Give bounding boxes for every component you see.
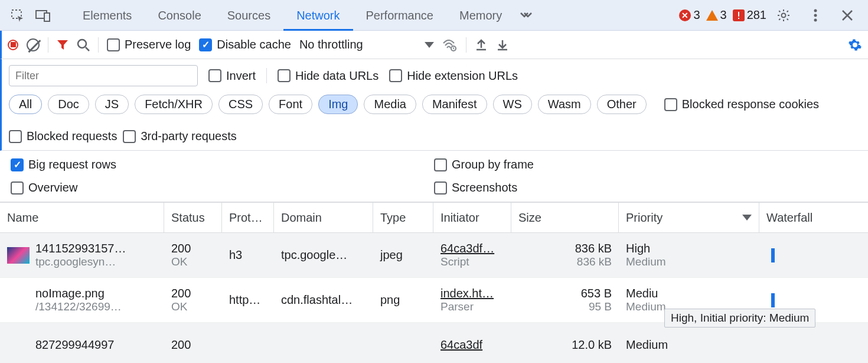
tab-console[interactable]: Console xyxy=(145,0,214,31)
filter-pill-ws[interactable]: WS xyxy=(493,95,532,114)
warning-count-value: 3 xyxy=(720,8,727,22)
inspect-icon[interactable] xyxy=(6,4,28,27)
filter-pill-media[interactable]: Media xyxy=(364,95,416,114)
initiator-link[interactable]: 64ca3df… xyxy=(440,242,504,255)
col-waterfall[interactable]: Waterfall xyxy=(759,203,868,232)
waterfall-bar xyxy=(771,248,775,262)
tab-sources[interactable]: Sources xyxy=(214,0,283,31)
table-row[interactable]: 82729994499720064ca3df12.0 kBMedium xyxy=(0,323,868,363)
tab-memory[interactable]: Memory xyxy=(446,0,515,31)
close-icon[interactable] xyxy=(836,4,859,27)
col-initiator[interactable]: Initiator xyxy=(433,203,511,232)
filter-pill-all[interactable]: All xyxy=(9,95,42,114)
third-party-checkbox[interactable]: 3rd-party requests xyxy=(123,129,236,143)
col-protocol[interactable]: Prot… xyxy=(222,203,274,232)
error-count[interactable]: ✕ 3 xyxy=(679,8,700,22)
filter-pill-fetch-xhr[interactable]: Fetch/XHR xyxy=(135,95,213,114)
svg-point-6 xyxy=(782,13,786,17)
issue-count[interactable]: 281 xyxy=(733,8,766,22)
priority: High xyxy=(626,242,752,255)
col-priority[interactable]: Priority xyxy=(619,203,759,232)
col-name[interactable]: Name xyxy=(0,203,164,232)
filter-pill-doc[interactable]: Doc xyxy=(48,95,89,114)
filter-pill-css[interactable]: CSS xyxy=(218,95,263,114)
status-text: OK xyxy=(171,255,215,268)
tab-network[interactable]: Network xyxy=(283,0,353,31)
disable-cache-label: Disable cache xyxy=(217,38,291,51)
group-by-frame-checkbox[interactable]: Group by frame xyxy=(434,158,857,171)
requests-table: Name Status Prot… Domain Type Initiator … xyxy=(0,202,868,363)
search-icon[interactable] xyxy=(77,38,90,51)
protocol: h3 xyxy=(229,248,267,262)
filter-icon[interactable] xyxy=(57,39,68,51)
resource-type-filter: AllDocJSFetch/XHRCSSFontImgMediaManifest… xyxy=(0,92,868,151)
disable-cache-checkbox[interactable]: Disable cache xyxy=(199,38,291,51)
filter-bar: Invert Hide data URLs Hide extension URL… xyxy=(0,59,868,92)
request-name: 141152993157… xyxy=(35,242,126,255)
download-har-icon[interactable] xyxy=(496,38,509,51)
network-conditions-icon[interactable] xyxy=(442,38,458,51)
chevron-down-icon xyxy=(425,42,434,48)
protocol: http… xyxy=(229,293,267,307)
col-domain[interactable]: Domain xyxy=(274,203,373,232)
error-count-value: 3 xyxy=(693,8,700,22)
col-size[interactable]: Size xyxy=(511,203,619,232)
filter-pill-wasm[interactable]: Wasm xyxy=(538,95,591,114)
devtools-tab-bar: ElementsConsoleSourcesNetworkPerformance… xyxy=(0,0,868,31)
request-path: /134122/32699… xyxy=(35,300,122,313)
tab-performance[interactable]: Performance xyxy=(353,0,447,31)
filter-input[interactable] xyxy=(9,65,198,86)
priority: Mediu xyxy=(626,287,752,300)
blocked-cookies-checkbox[interactable]: Blocked response cookies xyxy=(664,98,819,111)
issue-count-value: 281 xyxy=(747,8,766,22)
more-tabs-icon[interactable] xyxy=(515,4,537,27)
preserve-log-label: Preserve log xyxy=(125,38,191,51)
table-row[interactable]: 141152993157…tpc.googlesyn…200OKh3tpc.go… xyxy=(0,233,868,278)
initiator-link[interactable]: 64ca3df xyxy=(440,338,504,352)
priority-tooltip: High, Initial priority: Medium xyxy=(664,309,815,328)
filter-pill-img[interactable]: Img xyxy=(318,95,358,114)
type: png xyxy=(380,293,426,307)
device-toolbar-icon[interactable] xyxy=(32,4,54,27)
initiator-link[interactable]: index.ht… xyxy=(440,287,504,300)
screenshots-checkbox[interactable]: Screenshots xyxy=(434,181,857,195)
svg-point-7 xyxy=(814,9,817,12)
status-code: 200 xyxy=(171,338,215,352)
filter-pill-other[interactable]: Other xyxy=(597,95,647,114)
waterfall-bar xyxy=(771,293,775,307)
invert-checkbox[interactable]: Invert xyxy=(208,69,256,83)
table-header: Name Status Prot… Domain Type Initiator … xyxy=(0,202,868,233)
request-name: 827299944997 xyxy=(35,338,114,352)
svg-rect-5 xyxy=(738,18,739,19)
filter-pill-js[interactable]: JS xyxy=(95,95,129,114)
preserve-log-checkbox[interactable]: Preserve log xyxy=(107,38,191,51)
filter-pill-font[interactable]: Font xyxy=(269,95,312,114)
col-type[interactable]: Type xyxy=(373,203,433,232)
warning-count[interactable]: 3 xyxy=(706,8,727,22)
col-status[interactable]: Status xyxy=(164,203,222,232)
throttling-select[interactable]: No throttling xyxy=(299,38,434,51)
request-name: noImage.png xyxy=(35,287,122,300)
size-uncompressed: 95 B xyxy=(589,300,612,313)
svg-point-8 xyxy=(814,14,817,17)
kebab-menu-icon[interactable] xyxy=(804,4,827,27)
upload-har-icon[interactable] xyxy=(475,38,488,51)
status-code: 200 xyxy=(171,287,215,300)
hide-data-urls-checkbox[interactable]: Hide data URLs xyxy=(278,69,378,83)
big-rows-checkbox[interactable]: Big request rows xyxy=(11,158,434,171)
record-button[interactable] xyxy=(8,40,18,50)
hide-extension-urls-checkbox[interactable]: Hide extension URLs xyxy=(389,69,518,83)
clear-button[interactable] xyxy=(27,38,40,51)
svg-point-9 xyxy=(814,18,817,21)
svg-point-10 xyxy=(78,40,86,48)
overview-checkbox[interactable]: Overview xyxy=(11,181,434,195)
type: jpeg xyxy=(380,248,426,262)
filter-pill-manifest[interactable]: Manifest xyxy=(422,95,487,114)
network-settings-gear-icon[interactable] xyxy=(848,38,862,52)
size: 836 kB xyxy=(575,242,612,255)
blocked-requests-checkbox[interactable]: Blocked requests xyxy=(9,129,117,143)
initial-priority: Medium xyxy=(626,255,752,268)
settings-gear-icon[interactable] xyxy=(772,4,795,27)
svg-rect-4 xyxy=(738,12,739,17)
tab-elements[interactable]: Elements xyxy=(70,0,145,31)
